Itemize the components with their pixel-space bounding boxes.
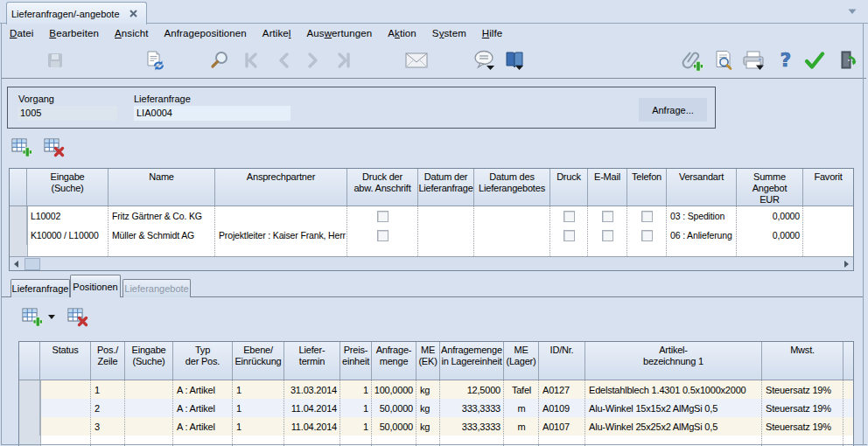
cell-status[interactable] [40, 417, 91, 436]
menu-bearbeiten[interactable]: Bearbeiten [41, 25, 107, 41]
cell-datum_anfrage[interactable] [418, 226, 474, 245]
cell-ebene[interactable]: 1 [233, 417, 284, 436]
add-position-dropdown-icon[interactable] [48, 315, 56, 320]
table-row[interactable]: 2A : Artikel111.04.2014150,0000kg333,333… [19, 399, 853, 417]
nav-last-button[interactable] [331, 49, 354, 72]
cell-lagermenge[interactable]: 333,3333 [440, 399, 504, 417]
cell-datum_anfrage[interactable] [418, 206, 474, 226]
document-tab[interactable]: Lieferanfragen/-angebote [6, 2, 147, 24]
search-button[interactable] [208, 49, 231, 72]
cell-termin[interactable]: 11.04.2014 [284, 417, 340, 436]
cell-empty[interactable] [19, 380, 40, 399]
scroll-right-button[interactable] [839, 257, 853, 271]
cell-empty[interactable] [844, 417, 853, 436]
cell-datum_angebot[interactable] [474, 226, 550, 245]
cell-name[interactable]: Müller & Schmidt AG [108, 226, 215, 245]
column-header-lagermenge[interactable]: Anfragemenge in Lagereinheit [440, 342, 504, 380]
menu-hilfe[interactable]: Hilfe [474, 25, 511, 41]
add-position-button[interactable] [22, 306, 43, 327]
cell-empty[interactable] [19, 399, 40, 417]
cell-email[interactable] [588, 206, 627, 226]
cell-datum_angebot[interactable] [474, 206, 550, 226]
column-header-0[interactable] [10, 169, 27, 206]
checkbox-telefon[interactable] [641, 211, 653, 222]
horizontal-scrollbar[interactable] [10, 256, 853, 270]
delete-row-button[interactable] [44, 136, 65, 157]
cell-typ[interactable]: A : Artikel [173, 399, 233, 417]
cell-eingabe[interactable] [125, 380, 173, 399]
column-header-mwst[interactable]: Mwst. [762, 342, 844, 380]
column-header-15[interactable] [844, 342, 853, 380]
cell-versandart[interactable]: 06 : Anlieferung [667, 226, 737, 245]
column-header-id[interactable]: ID/Nr. [539, 342, 585, 380]
checkbox-abw[interactable] [377, 230, 388, 241]
anfrage-button[interactable]: Anfrage... [639, 98, 707, 122]
table-row[interactable]: L10002Fritz Gärtner & Co. KG03 : Spediti… [10, 206, 853, 226]
column-header-0[interactable] [19, 342, 40, 380]
table-row[interactable]: 3A : Artikel111.04.2014150,0000kg333,333… [19, 417, 853, 436]
cell-mwst[interactable]: Steuersatz 19% [762, 417, 844, 436]
cell-me_ek[interactable]: kg [416, 417, 440, 436]
checkbox-druck[interactable] [564, 230, 575, 241]
exit-button[interactable] [836, 49, 859, 72]
menu-artikel[interactable]: Artikel [255, 25, 299, 41]
cell-preiseinheit[interactable]: 1 [340, 399, 372, 417]
column-header-favorit[interactable]: Favorit [803, 169, 853, 206]
column-header-me_ek[interactable]: ME (EK) [416, 342, 440, 380]
cell-name[interactable]: Fritz Gärtner & Co. KG [108, 206, 215, 226]
close-icon[interactable] [130, 10, 137, 17]
comment-button[interactable] [473, 49, 496, 72]
cell-eingabe[interactable]: K10000 / L10000 [27, 226, 108, 245]
nav-previous-button[interactable] [273, 49, 296, 72]
cell-pos[interactable]: 3 [91, 417, 125, 436]
cell-empty[interactable] [844, 399, 853, 417]
table-row[interactable]: 1A : Artikel131.03.20141100,0000kg12,500… [19, 380, 853, 399]
confirm-button[interactable] [803, 49, 826, 72]
cell-telefon[interactable] [627, 206, 667, 226]
cell-status[interactable] [40, 399, 91, 417]
print-preview-button[interactable] [712, 49, 735, 72]
cell-menge[interactable]: 50,0000 [372, 399, 416, 417]
cell-mwst[interactable]: Steuersatz 19% [762, 399, 844, 417]
cell-me_ek[interactable]: kg [416, 399, 440, 417]
column-header-status[interactable]: Status [40, 342, 91, 380]
cell-versandart[interactable]: 03 : Spedition [667, 206, 737, 226]
cell-abw[interactable] [347, 226, 418, 245]
cell-id[interactable]: A0109 [539, 399, 585, 417]
cell-eingabe[interactable]: L10002 [27, 206, 108, 226]
column-header-termin[interactable]: Liefer- termin [284, 342, 340, 380]
column-header-typ[interactable]: Typ der Pos. [173, 342, 233, 380]
column-header-email[interactable]: E-Mail [588, 169, 627, 206]
cell-typ[interactable]: A : Artikel [173, 380, 233, 399]
table-row[interactable]: K10000 / L10000Müller & Schmidt AGProjek… [10, 226, 853, 245]
catalog-button[interactable] [502, 49, 525, 72]
cell-id[interactable]: A0107 [539, 417, 585, 436]
attach-add-button[interactable] [681, 49, 704, 72]
menu-anfragepositionen[interactable]: Anfragepositionen [156, 25, 254, 41]
column-header-datum_angebot[interactable]: Datum des Lieferangebotes [474, 169, 550, 206]
cell-bezeichnung[interactable]: Alu-Winkel 15x15x2 AlMgSi 0,5 [585, 399, 762, 417]
nav-next-button[interactable] [301, 49, 324, 72]
cell-ebene[interactable]: 1 [233, 380, 284, 399]
cell-druck[interactable] [550, 206, 588, 226]
cell-lagermenge[interactable]: 12,5000 [440, 380, 504, 399]
cell-bezeichnung[interactable]: Edelstahlblech 1.4301 0.5x1000x2000 [585, 380, 762, 399]
lieferanfrage-field[interactable]: LIA0004 [134, 106, 290, 121]
cell-pos[interactable]: 1 [91, 380, 125, 399]
tab-lieferanfrage[interactable]: Lieferanfrage [10, 279, 70, 297]
cell-empty[interactable] [10, 226, 27, 245]
cell-eingabe[interactable] [125, 417, 173, 436]
cell-typ[interactable]: A : Artikel [173, 417, 233, 436]
cell-favorit[interactable] [803, 206, 853, 226]
cell-menge[interactable]: 100,0000 [372, 380, 416, 399]
menu-auswertungen[interactable]: Auswertungen [299, 25, 381, 41]
menu-system[interactable]: System [424, 25, 474, 41]
cell-summe[interactable]: 0,0000 [737, 206, 803, 226]
column-header-bezeichnung[interactable]: Artikel- bezeichnung 1 [585, 342, 762, 380]
add-row-button[interactable] [11, 136, 32, 157]
cell-me_lager[interactable]: Tafel [504, 380, 539, 399]
cell-ebene[interactable]: 1 [233, 399, 284, 417]
column-header-datum_anfrage[interactable]: Datum der Lieferanfrage [418, 169, 474, 206]
save-button[interactable] [44, 49, 66, 72]
nav-first-button[interactable] [242, 49, 264, 72]
